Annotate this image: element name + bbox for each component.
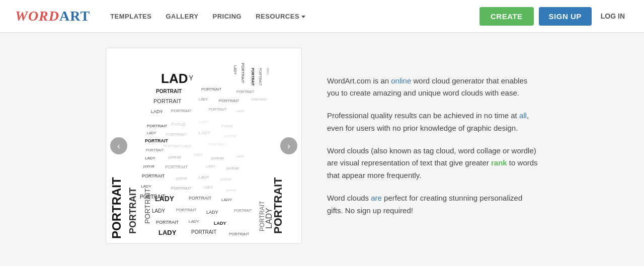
svg-text:LADY: LADY: [204, 186, 213, 189]
svg-text:LAD: LAD: [161, 71, 188, 86]
svg-text:PORTRAIT: PORTRAIT: [165, 164, 188, 169]
svg-text:PORTRAIT: PORTRAIT: [251, 68, 255, 86]
svg-text:PORTRAIT: PORTRAIT: [111, 177, 123, 239]
svg-text:portrait: portrait: [226, 189, 236, 192]
svg-text:portrait: portrait: [169, 155, 182, 159]
svg-text:LADY: LADY: [147, 131, 156, 135]
svg-text:PORTRAIT: PORTRAIT: [234, 209, 252, 212]
svg-text:PORTRAIT: PORTRAIT: [147, 124, 167, 128]
nav-resources[interactable]: RESOURCES: [256, 13, 305, 20]
svg-text:PORTRAIT: PORTRAIT: [146, 148, 164, 152]
svg-text:Portrait: Portrait: [221, 124, 233, 128]
svg-text:portrait: portrait: [226, 166, 239, 170]
login-button[interactable]: LOG IN: [597, 7, 629, 25]
svg-text:PORTRAIT: PORTRAIT: [189, 196, 212, 201]
svg-text:LADY: LADY: [141, 184, 152, 189]
svg-text:LADY: LADY: [236, 110, 245, 113]
svg-text:portrait: portrait: [220, 178, 231, 182]
nav-pricing[interactable]: PRICING: [213, 13, 242, 20]
svg-text:PORTRAIT: PORTRAIT: [191, 229, 216, 235]
svg-text:PORTRAIT: PORTRAIT: [209, 108, 227, 111]
svg-text:LADY: LADY: [151, 109, 163, 114]
highlight-online: online: [391, 76, 411, 85]
create-button[interactable]: CREATE: [479, 7, 534, 26]
svg-text:LADY: LADY: [145, 156, 156, 160]
svg-text:LADY: LADY: [199, 120, 210, 124]
svg-text:PORTRAIT: PORTRAIT: [171, 109, 191, 113]
highlight-all: all: [519, 111, 527, 120]
description-para4: Word clouds are perfect for creating stu…: [327, 192, 538, 217]
svg-text:PORTRAIT: PORTRAIT: [145, 138, 169, 143]
svg-text:PORTRAIT: PORTRAIT: [259, 68, 262, 86]
image-carousel: ‹ PORTRAIT PORTRAIT PRO PORTRAIT LADY PO…: [106, 48, 302, 244]
svg-text:portrait: portrait: [224, 134, 237, 138]
nav-templates[interactable]: TEMPLATES: [110, 13, 151, 20]
svg-text:PORTRAIT: PORTRAIT: [236, 90, 255, 94]
svg-text:LADY: LADY: [199, 98, 208, 101]
header-actions: CREATE SIGN UP LOG IN: [479, 7, 629, 26]
description-para2: Professional quality results can be achi…: [327, 110, 538, 135]
svg-text:PORTRAIT: PORTRAIT: [156, 88, 182, 94]
svg-text:PORTRAIT: PORTRAIT: [171, 186, 191, 191]
wordcloud-image: PORTRAIT PORTRAIT PRO PORTRAIT LADY PORT…: [111, 53, 297, 239]
svg-text:PRO: PRO: [266, 68, 269, 74]
highlight-are: are: [371, 194, 382, 202]
svg-text:PORTRAIT: PORTRAIT: [142, 173, 165, 179]
svg-text:LADY: LADY: [206, 210, 218, 215]
logo[interactable]: WORDART: [15, 8, 90, 24]
svg-text:PORTRAIT: PORTRAIT: [219, 99, 239, 103]
highlight-rank: rank: [491, 158, 507, 167]
svg-text:portrait: portrait: [211, 156, 224, 160]
svg-text:PORTRAIT LADY: PORTRAIT LADY: [164, 144, 192, 148]
description-section: WordArt.com is an online word cloud gene…: [327, 75, 538, 217]
svg-text:LADY: LADY: [158, 229, 177, 236]
svg-text:PORTRAIT: PORTRAIT: [143, 188, 151, 224]
svg-text:LADY: LADY: [199, 175, 210, 180]
svg-text:LADY: LADY: [152, 208, 165, 214]
svg-text:LADY: LADY: [221, 198, 232, 202]
carousel-next-button[interactable]: ›: [280, 137, 297, 154]
description-para3: Word clouds (also known as tag cloud, wo…: [327, 145, 538, 182]
svg-text:LADY: LADY: [189, 219, 200, 224]
description-para1: WordArt.com is an online word cloud gene…: [327, 75, 538, 100]
svg-text:Portrait: Portrait: [171, 122, 186, 127]
svg-text:portrait: portrait: [176, 176, 187, 181]
carousel-prev-button[interactable]: ‹: [110, 137, 127, 154]
signup-button[interactable]: SIGN UP: [539, 7, 592, 26]
logo-art: ART: [59, 8, 90, 24]
svg-text:LADY: LADY: [206, 164, 216, 168]
svg-text:PORTRAIT: PORTRAIT: [140, 194, 165, 200]
svg-text:PORTRAIT: PORTRAIT: [259, 201, 266, 231]
chevron-down-icon: [301, 16, 305, 18]
svg-text:PORTRAIT: PORTRAIT: [240, 63, 245, 83]
svg-text:PORTRAIT: PORTRAIT: [153, 98, 182, 104]
svg-text:LADY: LADY: [236, 155, 245, 158]
svg-text:LADY: LADY: [265, 208, 273, 229]
svg-text:Y: Y: [189, 74, 194, 82]
svg-text:PORTRAIT: PORTRAIT: [201, 87, 221, 92]
svg-text:LADY: LADY: [214, 221, 226, 226]
svg-text:PORTRAIT: PORTRAIT: [272, 177, 284, 234]
svg-text:PORTRAIT: PORTRAIT: [252, 98, 267, 101]
svg-text:portrait: portrait: [143, 164, 154, 168]
nav-gallery[interactable]: GALLERY: [166, 13, 198, 20]
svg-text:PORTRAIT: PORTRAIT: [229, 232, 249, 236]
svg-text:LADY: LADY: [233, 65, 237, 75]
svg-text:PORTRAIT: PORTRAIT: [156, 220, 179, 225]
svg-text:LADY: LADY: [199, 130, 211, 135]
svg-text:PORTRAIT: PORTRAIT: [209, 143, 227, 146]
svg-text:PORTRAIT: PORTRAIT: [166, 132, 186, 137]
main-nav: TEMPLATES GALLERY PRICING RESOURCES: [110, 13, 305, 20]
svg-text:PORTRAIT: PORTRAIT: [128, 188, 138, 234]
logo-word: WORD: [15, 8, 59, 24]
svg-text:PORTRAIT: PORTRAIT: [176, 208, 196, 212]
svg-text:LADY: LADY: [194, 153, 203, 156]
